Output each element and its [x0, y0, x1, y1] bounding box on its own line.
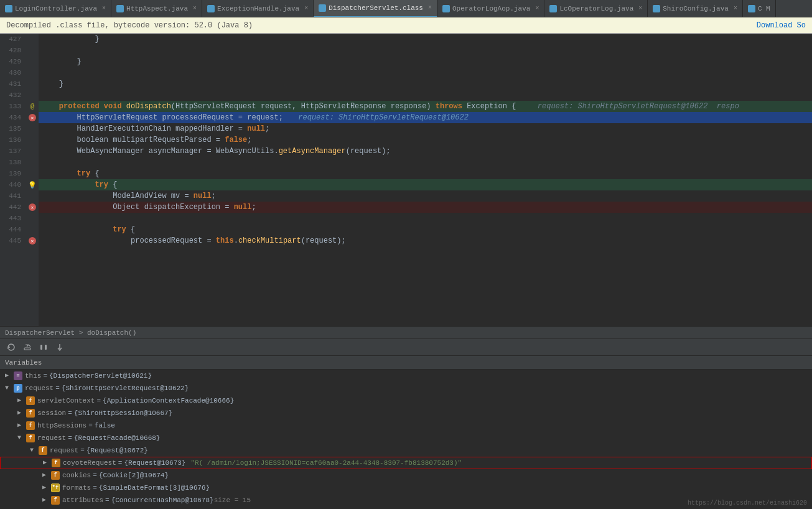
code-scroll-area[interactable]: 427 428 429 430 431 432 133 434 135 136 …	[0, 34, 812, 326]
badge-f: f	[26, 421, 35, 430]
breakpoint-icon	[29, 237, 36, 245]
var-row-request-f2[interactable]: ▼ f request = {Request@10672}	[0, 444, 812, 457]
debug-restart-btn[interactable]	[5, 341, 17, 353]
var-row-coyote-request[interactable]: ▶ f coyoteRequest = {Request@10673} "R( …	[0, 457, 812, 469]
code-line-440: try {	[39, 179, 812, 190]
var-row-request-f1[interactable]: ▼ f request = {RequestFacade@10668}	[0, 432, 812, 444]
expand-arrow[interactable]: ▶	[17, 407, 24, 419]
icon-cell-138	[26, 157, 39, 168]
code-line-441: ModelAndView mv = null;	[39, 190, 812, 202]
var-row-session[interactable]: ▶ f session = {ShiroHttpSession@10667}	[0, 407, 812, 419]
icon-cell-139	[26, 168, 39, 179]
tab-label: DispatcherServlet.class	[329, 4, 423, 12]
variables-title: Variables	[5, 359, 42, 367]
breakpoint-icon	[29, 114, 36, 121]
badge-this: ≡	[14, 371, 22, 380]
code-line-434: HttpServletRequest processedRequest = re…	[39, 112, 812, 123]
svg-rect-1	[40, 345, 42, 350]
tab-exception-handle[interactable]: ExceptionHandle.java ×	[202, 0, 314, 17]
expand-arrow[interactable]: ▼	[30, 444, 36, 457]
icon-cell-434	[26, 112, 39, 123]
java-file-icon	[5, 5, 12, 12]
expand-arrow[interactable]: ▼	[5, 382, 11, 395]
tab-http-aspect[interactable]: HttpAspect.java ×	[111, 0, 202, 17]
tab-label: ExceptionHandle.java	[217, 5, 299, 12]
java-file-icon	[748, 5, 755, 12]
expand-arrow[interactable]: ▶	[42, 469, 49, 482]
expand-arrow[interactable]: ▶	[42, 494, 49, 507]
debug-resume-btn[interactable]	[37, 341, 50, 353]
badge-f: f	[51, 496, 60, 505]
icon-cell-133: @	[26, 101, 39, 112]
tab-close-btn[interactable]: ×	[304, 5, 308, 12]
java-file-icon	[653, 5, 660, 12]
tab-login-controller[interactable]: LoginController.java ×	[0, 0, 111, 17]
tab-close-btn[interactable]: ×	[193, 5, 197, 12]
code-line-427: }	[39, 34, 812, 45]
expand-arrow[interactable]: ▶	[17, 395, 24, 407]
var-row-request-p[interactable]: ▼ p request = {ShiroHttpServletRequest@1…	[0, 382, 812, 395]
badge-f: f	[51, 471, 60, 480]
var-row-servlet-context[interactable]: ▶ f servletContext = {ApplicationContext…	[0, 395, 812, 407]
line-numbers: 427 428 429 430 431 432 133 434 135 136 …	[0, 34, 26, 326]
tab-shiro-config[interactable]: ShiroConfig.java ×	[648, 0, 743, 17]
code-line-133: protected void doDispatch(HttpServletReq…	[39, 101, 812, 112]
code-line-432	[39, 90, 812, 101]
class-file-icon	[319, 4, 326, 12]
tab-close-btn[interactable]: ×	[535, 5, 539, 12]
expand-arrow[interactable]: ▶	[17, 419, 24, 432]
tab-cm[interactable]: C M	[743, 0, 776, 17]
code-line-139: try {	[39, 168, 812, 179]
icon-cell-444	[26, 224, 39, 235]
icon-cell-137	[26, 146, 39, 157]
code-line-430	[39, 67, 812, 78]
tab-close-btn[interactable]: ×	[638, 5, 642, 12]
coyote-request-value: "R( /admin/login;JSESSIONID=caf60aa0-2a4…	[190, 457, 462, 469]
var-row-cookies[interactable]: ▶ f cookies = {Cookie[2]@10674}	[0, 469, 812, 482]
attributes-size: size = 15	[214, 494, 251, 507]
icon-cell-136	[26, 134, 39, 146]
tab-lc-operator-log[interactable]: LcOperatorLog.java ×	[544, 0, 648, 17]
badge-f: f	[26, 396, 35, 405]
java-file-icon	[207, 5, 215, 12]
svg-rect-2	[45, 345, 47, 350]
tab-close-btn[interactable]: ×	[428, 4, 432, 11]
code-line-136: boolean multipartRequestParsed = false;	[39, 134, 812, 146]
tabs-bar: LoginController.java × HttpAspect.java ×…	[0, 0, 812, 17]
icon-cell-441	[26, 190, 39, 202]
icon-cell-429	[26, 56, 39, 67]
debug-step-over-btn[interactable]	[21, 341, 34, 353]
tab-operator-log-aop[interactable]: OperatorLogAop.java ×	[437, 0, 544, 17]
watermark: https://blog.csdn.net/einashi620	[688, 500, 807, 507]
tab-close-btn[interactable]: ×	[102, 5, 106, 12]
badge-f: f	[26, 434, 35, 442]
var-row-http-sessions[interactable]: ▶ f httpSessions = false	[0, 419, 812, 432]
code-line-445: processedRequest = this.checkMultipart(r…	[39, 235, 812, 246]
breadcrumb-bar: DispatcherServlet > doDispatch()	[0, 326, 812, 339]
code-line-442: Object dispatchException = null;	[39, 202, 812, 213]
icon-cell-430	[26, 67, 39, 78]
icon-cell-428	[26, 45, 39, 56]
editor-area: 427 428 429 430 431 432 133 434 135 136 …	[0, 34, 812, 326]
tab-dispatcher-servlet[interactable]: DispatcherServlet.class ×	[314, 0, 437, 17]
tab-label: OperatorLogAop.java	[452, 5, 530, 12]
expand-arrow[interactable]: ▶	[5, 370, 11, 382]
debug-step-into-btn[interactable]	[54, 341, 66, 353]
download-sources-link[interactable]: Download So	[757, 21, 806, 30]
tab-close-btn[interactable]: ×	[734, 5, 737, 12]
expand-arrow[interactable]: ▶	[42, 482, 49, 494]
badge-f: f	[26, 409, 35, 418]
var-row-formats[interactable]: ▶ *f formats = {SimpleDateFormat[3]@1067…	[0, 482, 812, 494]
notice-bar: Decompiled .class file, bytecode version…	[0, 17, 812, 34]
var-row-this[interactable]: ▶ ≡ this = {DispatcherServlet@10621}	[0, 370, 812, 382]
tab-label: HttpAspect.java	[126, 5, 188, 12]
code-line-138	[39, 157, 812, 168]
expand-arrow[interactable]: ▶	[43, 457, 49, 469]
icon-cell-442	[26, 202, 39, 213]
icon-cell-445	[26, 235, 39, 246]
line-icons: @ 💡	[26, 34, 39, 326]
icon-cell-432	[26, 90, 39, 101]
notice-text: Decompiled .class file, bytecode version…	[6, 21, 253, 30]
variables-content[interactable]: ▶ ≡ this = {DispatcherServlet@10621} ▼ p…	[0, 370, 812, 509]
expand-arrow[interactable]: ▼	[17, 432, 24, 444]
